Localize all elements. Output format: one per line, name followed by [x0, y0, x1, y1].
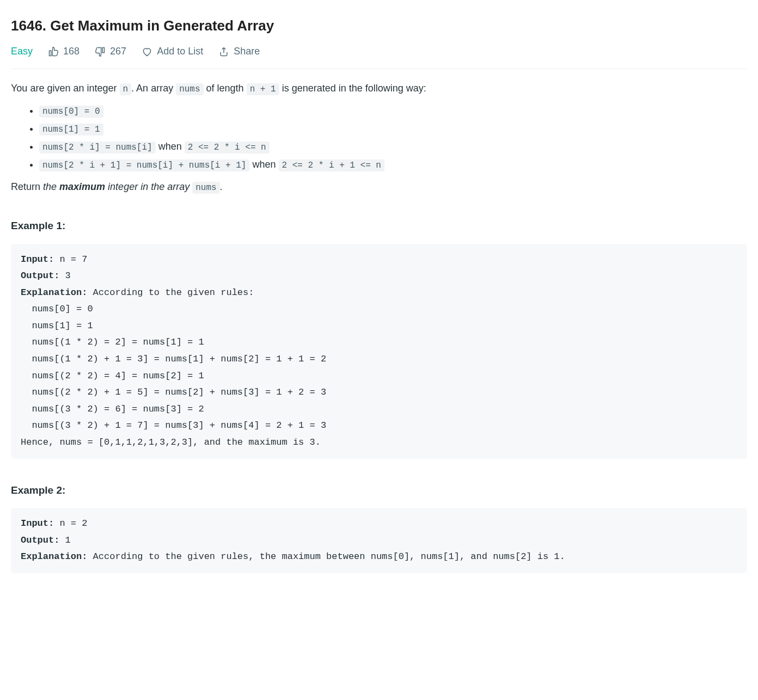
like-count: 168: [63, 44, 80, 59]
text-strong: maximum: [59, 181, 105, 192]
code-n: n: [120, 83, 132, 95]
list-item: nums[0] = 0: [39, 103, 747, 118]
add-to-list-label: Add to List: [157, 44, 203, 59]
rule-code: 2 <= 2 * i <= n: [185, 142, 270, 153]
problem-content: You are given an integer n. An array num…: [11, 81, 747, 573]
code-n-plus-1: n + 1: [247, 83, 279, 95]
label: Output:: [21, 535, 59, 545]
code-nums: nums: [176, 83, 203, 95]
difficulty-label: Easy: [11, 44, 33, 59]
list-item: nums[1] = 1: [39, 121, 747, 136]
text: . An array: [131, 83, 176, 94]
share-icon: [218, 46, 229, 57]
label: Explanation:: [21, 287, 87, 298]
code-nums: nums: [192, 182, 219, 194]
meta-row: Easy 168 267 Add to List Share: [11, 44, 747, 69]
text: You are given an integer: [11, 83, 120, 94]
return-paragraph: Return the maximum integer in the array …: [11, 180, 747, 194]
thumbs-down-icon: [95, 46, 106, 57]
add-to-list-button[interactable]: Add to List: [142, 44, 203, 59]
like-button[interactable]: 168: [48, 44, 80, 59]
text: integer in the array: [105, 181, 192, 192]
dislike-count: 267: [110, 44, 126, 59]
text: is generated in the following way:: [279, 83, 426, 94]
label: Input:: [21, 518, 54, 529]
label: Output:: [21, 271, 59, 281]
rule-code: nums[0] = 0: [39, 106, 103, 118]
text: Return: [11, 181, 43, 192]
dislike-button[interactable]: 267: [95, 44, 126, 59]
value: According to the given rules: nums[0] = …: [21, 287, 326, 447]
rule-code: 2 <= 2 * i + 1 <= n: [279, 159, 384, 171]
problem-title: 1646. Get Maximum in Generated Array: [11, 15, 747, 36]
example-heading: Example 2:: [11, 483, 747, 499]
label: Input:: [21, 254, 54, 265]
thumbs-up-icon: [48, 46, 59, 57]
text: the: [43, 181, 59, 192]
value: n = 7: [54, 254, 87, 265]
example-block: Input: n = 7 Output: 3 Explanation: Acco…: [11, 244, 747, 459]
value: 1: [59, 535, 70, 545]
text: .: [220, 181, 223, 192]
label: Explanation:: [21, 551, 87, 562]
intro-paragraph: You are given an integer n. An array num…: [11, 81, 747, 96]
list-item: nums[2 * i + 1] = nums[i] + nums[i + 1] …: [39, 157, 747, 172]
example-block: Input: n = 2 Output: 1 Explanation: Acco…: [11, 508, 747, 573]
list-item: nums[2 * i] = nums[i] when 2 <= 2 * i <=…: [39, 139, 747, 154]
heart-icon: [142, 46, 152, 57]
value: 3: [59, 271, 70, 281]
value: According to the given rules, the maximu…: [87, 551, 565, 562]
share-button[interactable]: Share: [218, 44, 260, 59]
value: n = 2: [54, 518, 87, 529]
text: when: [156, 141, 185, 152]
rule-code: nums[2 * i] = nums[i]: [39, 142, 156, 153]
example-heading: Example 1:: [11, 218, 747, 234]
text: when: [249, 159, 278, 170]
rule-code: nums[1] = 1: [39, 124, 103, 136]
rules-list: nums[0] = 0 nums[1] = 1 nums[2 * i] = nu…: [11, 103, 747, 172]
share-label: Share: [234, 44, 260, 59]
text: of length: [204, 83, 247, 94]
rule-code: nums[2 * i + 1] = nums[i] + nums[i + 1]: [39, 159, 249, 171]
